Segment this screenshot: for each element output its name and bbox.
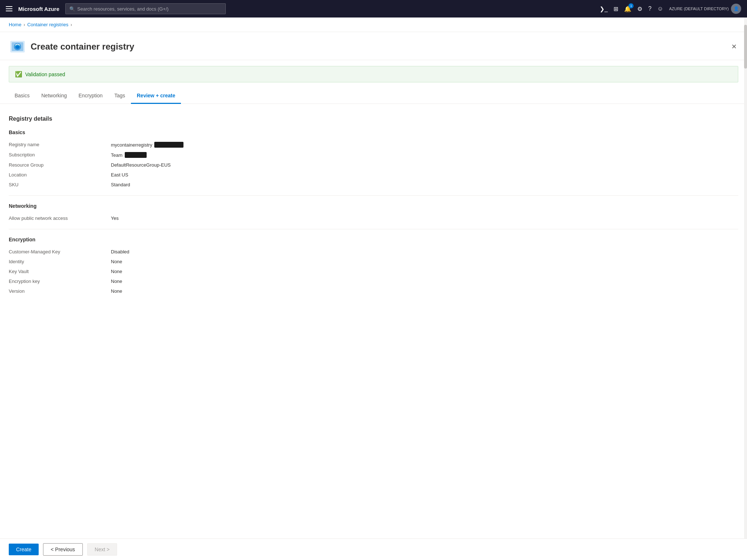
breadcrumb-home[interactable]: Home <box>9 22 22 27</box>
topnav: Microsoft Azure 🔍 ❯_ ⊞ 🔔 1 ⚙ ? ☺ AZURE (… <box>0 0 747 18</box>
value-resource-group: DefaultResourceGroup-EUS <box>111 162 171 168</box>
field-sku: SKU Standard <box>9 180 738 190</box>
field-identity: Identity None <box>9 257 738 267</box>
encryption-heading: Encryption <box>9 237 738 242</box>
account-label: AZURE (DEFAULT DIRECTORY) <box>669 7 729 11</box>
main-wrapper: Home › Container registries › Create con… <box>0 18 747 560</box>
tab-networking[interactable]: Networking <box>35 88 73 104</box>
redacted-subscription <box>125 152 147 158</box>
field-version: Version None <box>9 286 738 296</box>
tab-encryption[interactable]: Encryption <box>73 88 108 104</box>
topnav-icons: ❯_ ⊞ 🔔 1 ⚙ ? ☺ AZURE (DEFAULT DIRECTORY)… <box>600 4 741 14</box>
avatar[interactable]: 👤 <box>731 4 741 14</box>
tab-basics[interactable]: Basics <box>9 88 35 104</box>
value-version: None <box>111 288 122 294</box>
scroll-thumb[interactable] <box>744 25 747 69</box>
label-location: Location <box>9 172 111 178</box>
label-public-network: Allow public network access <box>9 215 111 221</box>
breadcrumb-sep-2: › <box>70 22 72 27</box>
value-sku: Standard <box>111 182 130 187</box>
notification-badge: 1 <box>628 3 634 8</box>
tab-review-create[interactable]: Review + create <box>131 88 181 104</box>
notifications-icon[interactable]: 🔔 1 <box>624 5 631 12</box>
divider-2 <box>9 229 738 229</box>
validation-check-icon: ✅ <box>15 71 22 78</box>
field-subscription: Subscription Team <box>9 150 738 160</box>
scroll-track <box>744 18 747 560</box>
account-section[interactable]: AZURE (DEFAULT DIRECTORY) 👤 <box>669 4 741 14</box>
search-bar[interactable]: 🔍 <box>65 3 226 14</box>
label-subscription: Subscription <box>9 152 111 158</box>
cloud-shell-icon[interactable]: ❯_ <box>600 5 608 12</box>
field-customer-managed-key: Customer-Managed Key Disabled <box>9 247 738 257</box>
redacted-registry-name <box>154 142 183 148</box>
footer: Create < Previous Next > <box>0 538 747 560</box>
value-customer-managed-key: Disabled <box>111 249 129 254</box>
create-button[interactable]: Create <box>9 544 39 555</box>
field-resource-group: Resource Group DefaultResourceGroup-EUS <box>9 160 738 170</box>
next-button: Next > <box>87 543 117 556</box>
label-customer-managed-key: Customer-Managed Key <box>9 249 111 254</box>
field-key-vault: Key Vault None <box>9 267 738 276</box>
field-location: Location East US <box>9 170 738 180</box>
page-title: Create container registry <box>31 42 730 52</box>
label-sku: SKU <box>9 182 111 187</box>
breadcrumb-container-registries[interactable]: Container registries <box>27 22 69 27</box>
tabs-bar: Basics Networking Encryption Tags Review… <box>0 88 747 104</box>
field-encryption-key: Encryption key None <box>9 276 738 286</box>
page-header: Create container registry ✕ <box>0 32 747 60</box>
previous-button[interactable]: < Previous <box>43 543 83 556</box>
breadcrumb-sep-1: › <box>24 22 25 27</box>
field-public-network: Allow public network access Yes <box>9 213 738 223</box>
label-encryption-key: Encryption key <box>9 279 111 284</box>
close-button[interactable]: ✕ <box>730 41 738 52</box>
value-encryption-key: None <box>111 279 122 284</box>
label-key-vault: Key Vault <box>9 269 111 274</box>
breadcrumb: Home › Container registries › <box>0 18 747 32</box>
brand-logo: Microsoft Azure <box>18 6 59 12</box>
settings-icon[interactable]: ⚙ <box>637 5 642 12</box>
networking-heading: Networking <box>9 203 738 209</box>
field-registry-name: Registry name mycontainerregistry <box>9 140 738 150</box>
basics-heading: Basics <box>9 129 738 135</box>
label-resource-group: Resource Group <box>9 162 111 168</box>
validation-text: Validation passed <box>25 71 65 77</box>
value-identity: None <box>111 259 122 264</box>
value-registry-name: mycontainerregistry <box>111 142 183 148</box>
value-public-network: Yes <box>111 215 119 221</box>
main-content: Registry details Basics Registry name my… <box>0 104 747 325</box>
label-registry-name: Registry name <box>9 142 111 147</box>
value-location: East US <box>111 172 128 178</box>
help-icon[interactable]: ? <box>648 5 651 12</box>
value-subscription: Team <box>111 152 147 158</box>
hamburger-menu[interactable] <box>6 6 12 11</box>
registry-details-heading: Registry details <box>9 116 738 122</box>
search-icon: 🔍 <box>69 6 75 12</box>
value-key-vault: None <box>111 269 122 274</box>
page-icon <box>9 38 26 55</box>
feedback-icon[interactable]: ☺ <box>657 5 663 12</box>
portal-menu-icon[interactable]: ⊞ <box>614 5 618 12</box>
tab-tags[interactable]: Tags <box>108 88 131 104</box>
label-identity: Identity <box>9 259 111 264</box>
validation-banner: ✅ Validation passed <box>9 66 738 82</box>
search-input[interactable] <box>77 6 222 12</box>
label-version: Version <box>9 288 111 294</box>
divider-1 <box>9 195 738 196</box>
